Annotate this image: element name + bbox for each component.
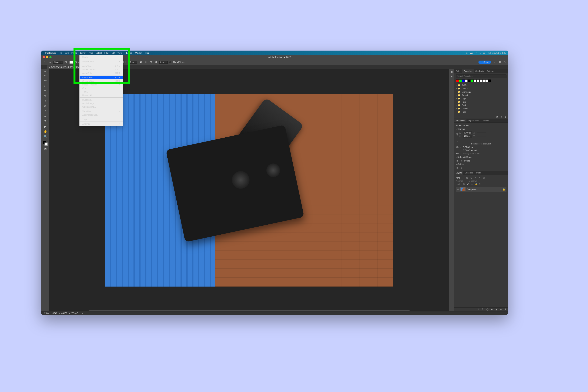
orient-portrait-icon[interactable]: ▯ — [456, 139, 459, 142]
menu-item[interactable]: Canvas Size...⌥⌘C — [80, 80, 123, 83]
marquee-tool[interactable]: ▭ — [43, 78, 48, 83]
minimize-traffic-light[interactable] — [46, 56, 48, 58]
new-swatch-icon[interactable]: ⊞ — [500, 116, 503, 118]
app-name[interactable]: Photoshop — [45, 52, 56, 54]
close-traffic-light[interactable] — [43, 56, 45, 58]
rulers-unit-select[interactable]: Pixels — [464, 160, 506, 162]
doc-dimensions[interactable]: 6240 px x 4160 px (72 ppi) — [52, 312, 78, 314]
zoom-traffic-light[interactable] — [50, 56, 52, 58]
menubar-datetime[interactable]: Tue 15 Aug 14:30 — [488, 52, 506, 54]
swatch[interactable] — [459, 80, 462, 82]
guides-icon-2[interactable]: ▤ — [460, 166, 463, 169]
tab-layers[interactable]: Layers — [454, 171, 463, 175]
swatch[interactable] — [485, 80, 488, 82]
battery-icon[interactable]: ▬▸ — [470, 52, 473, 54]
swatch[interactable] — [482, 80, 485, 82]
filter-type-icon[interactable]: T — [474, 176, 477, 179]
cc-icon[interactable]: ◎ — [466, 52, 468, 54]
align-edges-checkbox[interactable] — [169, 61, 171, 63]
tab-properties[interactable]: Properties — [454, 119, 466, 122]
blend-mode-select[interactable]: Normal — [456, 180, 468, 182]
wifi-icon[interactable]: ⌔ — [476, 52, 477, 54]
menu-layer[interactable]: Layer — [80, 52, 86, 54]
menu-filter[interactable]: Filter — [104, 52, 109, 54]
hand-tool[interactable]: ✋ — [43, 129, 48, 134]
brush-tool[interactable]: ✦ — [43, 98, 48, 103]
lock-trans-icon[interactable]: ▨ — [462, 183, 465, 186]
share-button[interactable]: 👤 Share — [478, 60, 491, 64]
guides-icon-1[interactable]: ▥ — [456, 166, 459, 169]
depth-select[interactable]: 8 Bits/Channel — [463, 149, 506, 152]
swatch[interactable] — [468, 80, 470, 82]
filter-shape-icon[interactable]: ▱ — [478, 176, 481, 179]
menu-select[interactable]: Select — [96, 52, 102, 54]
layer-background[interactable]: 👁 Background 🔒 — [456, 186, 506, 192]
swatch[interactable] — [488, 80, 491, 82]
layer-thumbnail[interactable] — [460, 188, 466, 191]
zoom-tool[interactable]: 🔍 — [43, 134, 48, 139]
new-layer-icon[interactable]: ⊞ — [500, 308, 502, 311]
gear-icon[interactable]: ⚙ — [154, 60, 158, 64]
menu-type[interactable]: Type — [88, 52, 93, 54]
lock-pos-icon[interactable]: ✥ — [470, 183, 473, 186]
screen-mode-icon[interactable]: ▣ — [43, 146, 48, 151]
tab-color[interactable]: Color — [454, 70, 462, 73]
menu-item[interactable]: Auto Tone⇧⌘L — [80, 64, 123, 68]
move-tool[interactable]: ↖ — [43, 73, 48, 78]
menu-item[interactable]: Duplicate... — [80, 98, 123, 102]
menu-item[interactable]: Mode▸ — [80, 55, 123, 59]
radius-input[interactable]: 0 px — [159, 61, 168, 64]
canvas-h[interactable]: 4160 px — [463, 135, 472, 138]
lock-icon[interactable]: 🔒 — [502, 188, 505, 191]
tab-paths[interactable]: Paths — [475, 171, 483, 175]
menu-plugins[interactable]: Plugins — [125, 52, 132, 54]
menu-file[interactable]: File — [58, 52, 62, 54]
menu-item[interactable]: Image Rotation▸ — [80, 83, 123, 86]
swatch[interactable] — [465, 80, 468, 82]
tab-libraries[interactable]: Libraries — [480, 119, 491, 122]
canvas-section[interactable]: ▾Canvas — [456, 127, 506, 131]
shape-mode-select[interactable]: Shape — [53, 61, 63, 64]
guides-select[interactable]: — — [464, 167, 506, 169]
menu-help[interactable]: Help — [145, 52, 150, 54]
status-chevron-icon[interactable]: › — [82, 312, 83, 314]
filter-smart-icon[interactable]: ◫ — [482, 176, 485, 179]
document-canvas[interactable] — [105, 94, 393, 286]
visibility-icon[interactable]: 👁 — [457, 188, 459, 190]
swatches-search[interactable] — [456, 74, 506, 78]
menu-item[interactable]: Crop — [80, 86, 123, 90]
menu-item[interactable]: Analysis▸ — [80, 122, 123, 126]
menu-view[interactable]: View — [118, 52, 122, 54]
swatch-folder[interactable]: ▸📁Darker — [456, 107, 506, 110]
menu-item[interactable]: Auto Contrast⌥⇧⌘L — [80, 68, 123, 71]
filter-pixel-icon[interactable]: ▨ — [466, 176, 469, 179]
menu-item[interactable]: Auto Color⇧⌘B — [80, 71, 123, 75]
swatch[interactable] — [462, 80, 465, 82]
group-icon[interactable]: ▣ — [495, 308, 498, 311]
fx-icon[interactable]: fx — [482, 308, 484, 311]
search-bar-icon[interactable]: ⌕ — [493, 60, 496, 64]
swatch-folder[interactable]: ▸📁Pure — [456, 100, 506, 104]
mask-icon[interactable]: ◯ — [486, 308, 489, 311]
guides-section[interactable]: ▾Guides — [456, 162, 506, 166]
new-folder-icon[interactable]: ▣ — [496, 116, 498, 118]
menu-item[interactable]: Trim... — [80, 90, 123, 94]
menu-window[interactable]: Window — [135, 52, 142, 54]
canvas-x[interactable] — [477, 132, 486, 133]
height-input[interactable]: 0 px — [129, 61, 138, 64]
delete-layer-icon[interactable]: 🗑 — [504, 308, 507, 311]
menu-item[interactable]: Image Size...⌥⌘I — [80, 76, 123, 80]
canvas-w[interactable]: 6240 px — [463, 131, 472, 134]
lock-all-icon[interactable]: 🔒 — [474, 183, 478, 186]
pen-tool[interactable]: ✒ — [43, 114, 48, 118]
filter-adj-icon[interactable]: ◐ — [470, 176, 473, 179]
ruler-icon[interactable]: ▦ — [456, 159, 459, 162]
home-icon[interactable]: ⌂ — [43, 60, 46, 64]
swatch-folder[interactable]: ▸📁Pale — [456, 110, 506, 114]
zoom-level[interactable]: 25% — [44, 312, 48, 314]
path-ops-icon[interactable]: ▣ — [139, 60, 142, 64]
lasso-tool[interactable]: ◌ — [43, 83, 48, 88]
adj-layer-icon[interactable]: ◐ — [490, 308, 493, 311]
swatch-folder[interactable]: ▸📁Pastel — [456, 94, 506, 97]
swatch-folder[interactable]: ▸📁Grayscale — [456, 90, 506, 94]
